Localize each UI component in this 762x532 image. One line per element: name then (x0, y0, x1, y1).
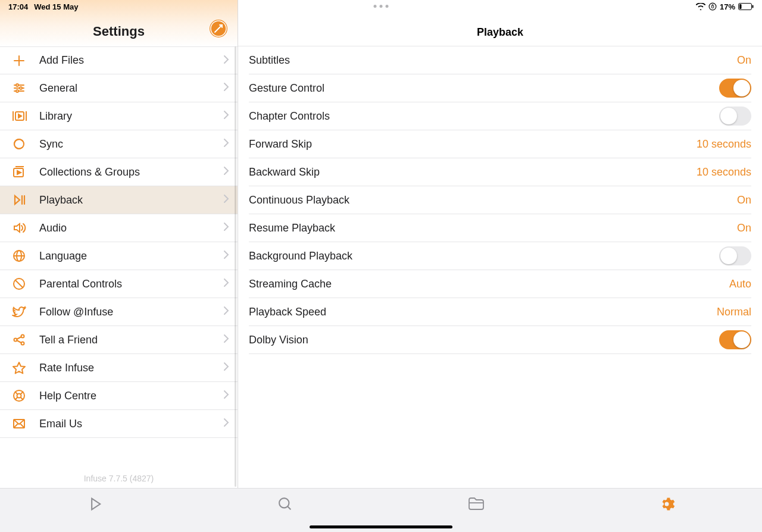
sidebar-item-language[interactable]: Language (0, 242, 238, 270)
svg-marker-36 (13, 362, 25, 374)
scroll-indicator[interactable] (235, 46, 236, 487)
setting-label: Gesture Control (249, 82, 719, 95)
battery-percentage: 17% (720, 2, 735, 11)
setting-label: Resume Playback (249, 222, 737, 234)
svg-marker-21 (17, 171, 21, 174)
files-tab-icon (467, 496, 485, 511)
switch-dolby-vision[interactable] (719, 330, 751, 349)
sidebar-item-label: Parental Controls (39, 278, 223, 290)
sidebar-item-label: Rate Infuse (39, 362, 223, 374)
tab-settings[interactable] (658, 496, 675, 512)
svg-line-42 (21, 398, 24, 400)
value-backward-skip[interactable]: 10 seconds (697, 166, 751, 179)
sidebar-item-label: Language (39, 250, 223, 262)
sidebar-item-label: Playback (39, 194, 223, 206)
sidebar-title: Settings (10, 24, 228, 39)
switch-chapter-controls[interactable] (719, 107, 751, 126)
settings-sidebar: Settings Add FilesGeneralLibrarySyncColl… (0, 0, 238, 488)
rotation-lock-icon (708, 2, 717, 11)
profile-icon[interactable] (209, 19, 228, 40)
value-playback-speed[interactable]: Normal (717, 306, 751, 318)
setting-label: Backward Skip (249, 166, 697, 179)
chevron-right-icon (223, 278, 229, 290)
home-indicator[interactable] (310, 525, 452, 528)
chevron-right-icon (223, 166, 229, 178)
tab-play[interactable] (87, 496, 104, 512)
switch-gesture-control[interactable] (719, 79, 751, 98)
sidebar-item-tell-a-friend[interactable]: Tell a Friend (0, 326, 238, 354)
tab-bar (0, 488, 762, 532)
setting-row-backward-skip[interactable]: Backward Skip10 seconds (249, 158, 751, 186)
twitter-icon (12, 305, 29, 319)
setting-row-playback-speed[interactable]: Playback SpeedNormal (249, 298, 751, 326)
setting-row-resume-playback[interactable]: Resume PlaybackOn (249, 214, 751, 242)
parental-icon (12, 277, 29, 291)
setting-label: Forward Skip (249, 138, 697, 151)
svg-rect-4 (752, 5, 754, 8)
setting-label: Continuous Playback (249, 194, 737, 206)
value-resume-playback[interactable]: On (737, 222, 751, 234)
setting-row-gesture-control: Gesture Control (249, 74, 751, 102)
playback-icon (12, 193, 29, 207)
sidebar-item-library[interactable]: Library (0, 102, 238, 130)
svg-line-44 (14, 424, 18, 428)
status-date: Wed 15 May (34, 2, 78, 11)
sidebar-item-follow-infuse[interactable]: Follow @Infuse (0, 298, 238, 326)
svg-line-41 (15, 398, 18, 400)
audio-icon (12, 221, 29, 235)
sidebar-item-label: Help Centre (39, 390, 223, 402)
globe-icon (12, 249, 29, 263)
sidebar-item-label: Email Us (39, 418, 223, 430)
setting-row-dolby-vision: Dolby Vision (249, 326, 751, 354)
share-icon (12, 333, 29, 347)
detail-title: Playback (477, 26, 523, 39)
setting-row-forward-skip[interactable]: Forward Skip10 seconds (249, 130, 751, 158)
sync-icon (12, 137, 29, 151)
setting-label: Dolby Vision (249, 334, 719, 346)
svg-point-47 (279, 498, 289, 508)
value-streaming-cache[interactable]: Auto (729, 278, 751, 290)
plus-icon (12, 54, 29, 68)
value-continuous-playback[interactable]: On (737, 194, 751, 206)
tab-files[interactable] (467, 496, 485, 511)
value-forward-skip[interactable]: 10 seconds (697, 138, 751, 151)
value-subtitles[interactable]: On (737, 54, 751, 67)
chevron-right-icon (223, 110, 229, 122)
star-icon (12, 361, 29, 375)
sidebar-item-label: Follow @Infuse (39, 306, 223, 318)
collections-icon (12, 165, 29, 179)
switch-background-playback[interactable] (719, 246, 751, 265)
sidebar-item-audio[interactable]: Audio (0, 214, 238, 242)
sidebar-item-add-files[interactable]: Add Files (0, 46, 238, 74)
setting-label: Playback Speed (249, 306, 717, 318)
setting-row-subtitles[interactable]: SubtitlesOn (249, 46, 751, 74)
tab-search[interactable] (277, 496, 293, 512)
svg-marker-18 (18, 114, 21, 118)
svg-line-35 (17, 340, 21, 343)
sidebar-item-general[interactable]: General (0, 74, 238, 102)
sidebar-item-parental-controls[interactable]: Parental Controls (0, 270, 238, 298)
setting-row-streaming-cache[interactable]: Streaming CacheAuto (249, 270, 751, 298)
sidebar-item-email-us[interactable]: Email Us (0, 410, 238, 438)
sidebar-item-label: General (39, 82, 223, 95)
svg-point-14 (16, 90, 18, 92)
sidebar-item-playback[interactable]: Playback (0, 186, 238, 214)
svg-point-10 (16, 84, 18, 86)
chevron-right-icon (223, 334, 229, 346)
search-tab-icon (277, 496, 293, 512)
sidebar-item-sync[interactable]: Sync (0, 130, 238, 158)
sidebar-item-rate-infuse[interactable]: Rate Infuse (0, 354, 238, 382)
setting-row-chapter-controls: Chapter Controls (249, 102, 751, 130)
gear-tab-icon (658, 496, 675, 512)
chevron-right-icon (223, 138, 229, 150)
svg-marker-25 (14, 224, 20, 232)
sidebar-item-collections-groups[interactable]: Collections & Groups (0, 158, 238, 186)
svg-point-12 (20, 87, 22, 89)
library-icon (12, 109, 29, 123)
setting-row-continuous-playback[interactable]: Continuous PlaybackOn (249, 186, 751, 214)
sidebar-item-help-centre[interactable]: Help Centre (0, 382, 238, 410)
setting-label: Background Playback (249, 250, 719, 262)
chevron-right-icon (223, 222, 229, 234)
svg-marker-46 (92, 499, 100, 510)
svg-rect-3 (739, 4, 742, 9)
